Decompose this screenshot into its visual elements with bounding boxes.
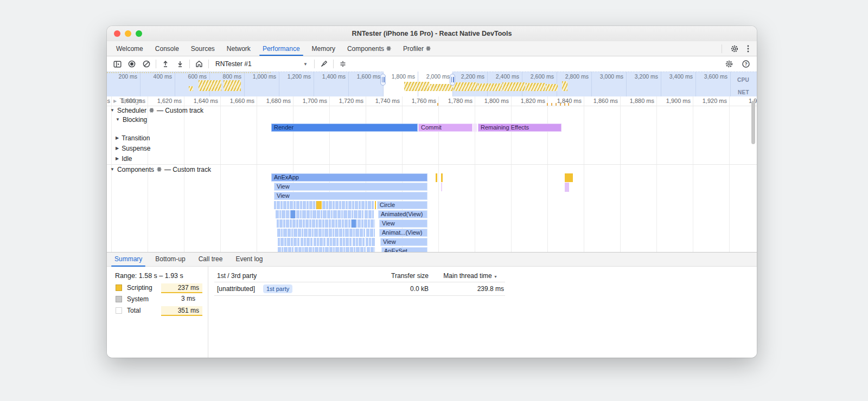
tab-performance[interactable]: Performance — [257, 41, 306, 56]
minimize-window-button[interactable] — [125, 30, 131, 37]
timeline-gridline — [729, 96, 730, 252]
overview-tick-label: 2,600 ms — [519, 73, 554, 80]
track-label: Idle — [122, 155, 132, 163]
flame-bar-anexset[interactable]: AnExSet — [381, 247, 427, 252]
record-icon[interactable] — [126, 59, 137, 69]
ruler-tick-label: 1,640 ms — [182, 98, 218, 104]
flame-bar-render[interactable]: Render — [271, 124, 418, 132]
divider — [156, 60, 156, 68]
tab-label: Performance — [263, 42, 300, 56]
collapse-arrow-icon[interactable]: ▼ — [110, 108, 114, 113]
timeline-overview[interactable]: CPU NET 200 ms400 ms600 ms800 ms1,000 ms… — [107, 72, 757, 96]
timeline-gridline — [220, 96, 221, 252]
cpu-activity-hatch — [199, 80, 221, 91]
zoom-window-button[interactable] — [136, 30, 142, 37]
selection-right-handle[interactable] — [450, 74, 455, 86]
flame-segment-highlight — [291, 210, 295, 218]
flame-bar-animated-view2[interactable]: Animat...(View) — [379, 229, 427, 237]
cpu-activity-hatch — [189, 86, 193, 91]
track-suspense[interactable]: ▶Suspense — [116, 144, 151, 152]
legend-value: 351 ms — [161, 306, 202, 316]
scripting-block[interactable] — [565, 173, 573, 182]
flame-bar-anexapp[interactable]: AnExApp — [271, 173, 427, 182]
flame-segments[interactable] — [274, 201, 374, 209]
flame-bar-view[interactable]: View — [274, 192, 427, 200]
brush-icon[interactable] — [318, 59, 329, 69]
home-icon[interactable] — [194, 59, 205, 69]
cpu-activity-hatch — [224, 80, 241, 91]
react-badge-icon — [149, 108, 154, 113]
track-scheduler[interactable]: ▼Scheduler— Custom track — [110, 106, 203, 114]
tab-console[interactable]: Console — [149, 41, 185, 56]
collapse-tracks-icon[interactable] — [337, 59, 348, 69]
cpu-activity-hatch — [404, 82, 430, 91]
collapse-arrow-icon[interactable]: ▼ — [116, 117, 120, 122]
ruler-tick-label: 1,900 ms — [655, 98, 691, 104]
cpu-activity-hatch — [502, 82, 525, 91]
track-components[interactable]: ▼Components— Custom track — [110, 165, 211, 173]
toggle-sidebar-icon[interactable] — [112, 59, 123, 69]
interaction-tick — [564, 103, 565, 106]
track-transition[interactable]: ▶Transition — [116, 134, 150, 142]
bottom-tab-event-log[interactable]: Event log — [229, 253, 269, 266]
table-header-rule — [214, 282, 505, 282]
tab-label: Welcome — [116, 42, 143, 56]
flame-bar-view[interactable]: View — [274, 183, 427, 191]
selection-left-handle[interactable] — [380, 74, 386, 86]
flame-segment-scripting[interactable] — [316, 201, 322, 209]
titlebar: RNTester (iPhone 16 Pro) - React Native … — [107, 26, 757, 42]
target-selector[interactable]: RNTester #1 ▼ — [213, 60, 310, 68]
flame-bar-remaining-effects[interactable]: Remaining Effects — [478, 124, 561, 132]
flame-bar-view[interactable]: View — [379, 219, 427, 228]
track-separator — [107, 164, 757, 165]
effect-block[interactable] — [565, 183, 569, 192]
divider — [208, 60, 209, 68]
flame-bar-view[interactable]: View — [380, 238, 427, 246]
interaction-tick — [560, 103, 561, 106]
tab-sources[interactable]: Sources — [185, 41, 221, 56]
table-header-main-thread-time[interactable]: Main thread time ▼ — [416, 272, 497, 280]
overview-tick-label: 600 ms — [172, 73, 207, 80]
load-profile-icon[interactable] — [160, 59, 171, 69]
save-profile-icon[interactable] — [175, 59, 186, 69]
tab-memory[interactable]: Memory — [306, 41, 341, 56]
ruler-tick-label: 1,800 ms — [473, 98, 509, 104]
chevron-down-icon: ▼ — [303, 62, 308, 67]
tab-components[interactable]: Components — [341, 41, 397, 56]
track-idle[interactable]: ▶Idle — [116, 154, 132, 163]
tab-welcome[interactable]: Welcome — [110, 41, 149, 56]
tab-network[interactable]: Network — [221, 41, 257, 56]
collapse-arrow-icon[interactable]: ▼ — [110, 167, 114, 172]
table-row-time: 239.8 ms — [423, 285, 504, 293]
react-badge-icon — [157, 167, 162, 172]
net-row-label: NET — [738, 89, 749, 95]
more-options-kebab-icon[interactable] — [747, 44, 749, 53]
overview-tick-label: 3,000 ms — [589, 73, 623, 80]
flame-segments[interactable] — [278, 247, 375, 252]
track-blocking[interactable]: ▼Blocking — [116, 115, 147, 124]
clear-icon[interactable] — [141, 59, 152, 69]
vertical-scrollbar[interactable] — [751, 101, 755, 144]
flame-bar-circle[interactable]: Circle — [377, 201, 427, 209]
overview-tick-label: 1,600 ms — [346, 73, 380, 80]
track-label: Scheduler — [117, 107, 146, 114]
flame-segments[interactable] — [277, 219, 375, 228]
flame-segments[interactable] — [277, 229, 375, 237]
collapse-arrow-icon[interactable]: ▶ — [116, 146, 119, 151]
help-icon[interactable]: ? — [742, 60, 750, 68]
ruler-tick-label: 1,680 ms — [255, 98, 291, 104]
flame-segments[interactable] — [278, 238, 375, 246]
tab-label: Network — [227, 42, 251, 56]
close-window-button[interactable] — [114, 30, 120, 37]
table-header-party: 1st / 3rd party — [217, 272, 257, 280]
capture-settings-gear-icon[interactable] — [725, 60, 733, 68]
collapse-arrow-icon[interactable]: ▶ — [116, 135, 119, 140]
flame-bar-commit[interactable]: Commit — [418, 124, 473, 132]
settings-gear-icon[interactable] — [730, 44, 739, 53]
table-row-transfer: 0.0 kB — [347, 285, 429, 293]
collapse-arrow-icon[interactable]: ▶ — [116, 156, 119, 161]
timeline-flamechart[interactable]: ▶Timingss1,600 ms1,620 ms1,640 ms1,660 m… — [107, 96, 757, 252]
flame-bar-animated-view[interactable]: Animated(View) — [378, 210, 427, 218]
tab-profiler[interactable]: Profiler — [397, 41, 437, 56]
table-row-name[interactable]: [unattributed] — [217, 285, 255, 293]
